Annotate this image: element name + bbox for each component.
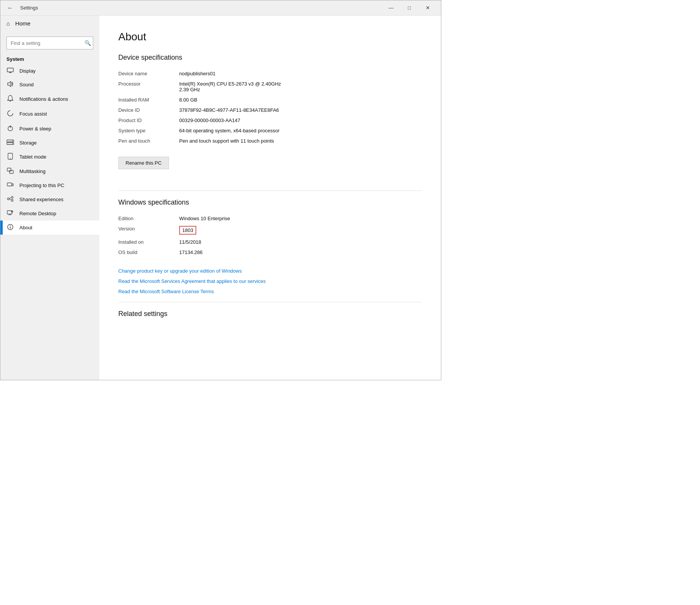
svg-rect-0 <box>7 68 13 72</box>
sidebar-item-multitasking[interactable]: Multitasking <box>0 164 99 178</box>
spec-label-os-build: OS build <box>118 247 179 257</box>
sidebar-item-focus-label: Focus assist <box>19 111 47 117</box>
search-input[interactable] <box>6 37 93 49</box>
spec-label-system-type: System type <box>118 125 179 136</box>
svg-line-19 <box>9 198 11 198</box>
spec-value-product-id: 00329-00000-00003-AA147 <box>179 115 422 125</box>
device-specs-table: Device name nodpublishers01 Processor In… <box>118 68 422 146</box>
sidebar-item-projecting[interactable]: Projecting to this PC <box>0 178 99 192</box>
sidebar-item-notifications[interactable]: Notifications & actions <box>0 92 99 106</box>
sidebar-home-label: Home <box>15 20 30 27</box>
multitasking-icon <box>6 168 14 175</box>
projecting-icon <box>6 182 14 189</box>
link-software-license[interactable]: Read the Microsoft Software License Term… <box>118 289 422 294</box>
svg-rect-21 <box>7 211 12 214</box>
sidebar-item-multitasking-label: Multitasking <box>19 168 46 174</box>
svg-rect-14 <box>7 183 12 186</box>
sidebar-item-display[interactable]: Display <box>0 64 99 78</box>
svg-point-18 <box>11 200 13 202</box>
tablet-icon <box>6 153 14 161</box>
spec-value-pen-touch: Pen and touch support with 11 touch poin… <box>179 136 422 146</box>
rename-pc-button[interactable]: Rename this PC <box>118 157 169 169</box>
close-button[interactable]: ✕ <box>419 2 436 14</box>
spec-label-edition: Edition <box>118 213 179 224</box>
shared-icon <box>6 196 14 203</box>
minimize-button[interactable]: — <box>382 2 400 14</box>
content-area: About Device specifications Device name … <box>99 16 441 380</box>
sidebar-item-focus[interactable]: Focus assist <box>0 106 99 121</box>
display-icon <box>6 68 14 74</box>
search-wrapper: 🔍 <box>6 37 93 49</box>
spec-label-installed-on: Installed on <box>118 237 179 247</box>
svg-point-27 <box>10 225 11 226</box>
sidebar: ⌂ Home 🔍 System Display <box>0 16 99 380</box>
sidebar-item-sound[interactable]: Sound <box>0 78 99 92</box>
svg-rect-15 <box>12 184 13 186</box>
home-icon: ⌂ <box>6 20 10 27</box>
svg-point-8 <box>12 141 13 141</box>
back-button[interactable]: ← <box>5 3 16 13</box>
spec-value-installed-on: 11/5/2018 <box>179 237 422 247</box>
spec-value-system-type: 64-bit operating system, x64-based proce… <box>179 125 422 136</box>
page-title: About <box>118 31 422 43</box>
spec-value-edition: Windows 10 Enterprise <box>179 213 422 224</box>
link-change-product-key[interactable]: Change product key or upgrade your editi… <box>118 268 422 274</box>
spec-value-version: 1803 <box>179 224 422 237</box>
title-bar: ← Settings — □ ✕ <box>0 0 441 16</box>
windows-section-title: Windows specifications <box>118 198 422 206</box>
spec-label-processor: Processor <box>118 79 179 95</box>
svg-point-9 <box>12 143 13 144</box>
spec-label-device-name: Device name <box>118 68 179 79</box>
sidebar-item-about[interactable]: About <box>0 221 99 235</box>
search-container: 🔍 <box>0 31 99 53</box>
windows-specs-table: Edition Windows 10 Enterprise Version 18… <box>118 213 422 257</box>
sidebar-item-storage[interactable]: Storage <box>0 136 99 149</box>
search-icon-button[interactable]: 🔍 <box>84 40 91 46</box>
spec-value-device-name: nodpublishers01 <box>179 68 422 79</box>
spec-value-processor: Intel(R) Xeon(R) CPU E5-2673 v3 @ 2.40GH… <box>179 79 422 95</box>
maximize-button[interactable]: □ <box>401 2 418 14</box>
sidebar-item-tablet-label: Tablet mode <box>19 154 46 160</box>
spec-label-pen-touch: Pen and touch <box>118 136 179 146</box>
app-title: Settings <box>20 5 382 11</box>
sidebar-item-about-label: About <box>19 225 32 230</box>
sidebar-item-display-label: Display <box>19 68 36 74</box>
device-section-title: Device specifications <box>118 54 422 62</box>
sidebar-section-system: System <box>0 53 99 64</box>
svg-point-17 <box>11 197 13 198</box>
main-layout: ⌂ Home 🔍 System Display <box>0 16 441 380</box>
version-highlight: 1803 <box>179 226 196 235</box>
svg-point-11 <box>10 158 11 159</box>
spec-label-version: Version <box>118 224 179 237</box>
sidebar-item-projecting-label: Projecting to this PC <box>19 183 64 188</box>
spec-label-product-id: Product ID <box>118 115 179 125</box>
sidebar-item-storage-label: Storage <box>19 140 37 146</box>
sidebar-item-remote-label: Remote Desktop <box>19 211 56 216</box>
svg-rect-12 <box>7 168 11 171</box>
svg-rect-13 <box>10 170 13 173</box>
sidebar-item-shared-label: Shared experiences <box>19 197 64 202</box>
storage-icon <box>6 140 14 146</box>
sidebar-item-remote[interactable]: Remote Desktop <box>0 206 99 221</box>
window-controls: — □ ✕ <box>382 2 436 14</box>
sidebar-item-power[interactable]: Power & sleep <box>0 121 99 136</box>
section-divider-2 <box>118 302 422 302</box>
power-icon <box>6 125 14 133</box>
sidebar-item-tablet[interactable]: Tablet mode <box>0 149 99 164</box>
svg-line-20 <box>9 199 11 200</box>
focus-icon <box>6 110 14 118</box>
sidebar-item-shared[interactable]: Shared experiences <box>0 192 99 206</box>
section-divider <box>118 191 422 191</box>
notifications-icon <box>6 95 14 103</box>
svg-point-16 <box>8 198 10 200</box>
sidebar-item-notifications-label: Notifications & actions <box>19 96 68 102</box>
link-microsoft-services[interactable]: Read the Microsoft Services Agreement th… <box>118 278 422 284</box>
spec-label-ram: Installed RAM <box>118 95 179 105</box>
spec-value-ram: 8.00 GB <box>179 95 422 105</box>
sound-icon <box>6 81 14 88</box>
sidebar-item-home[interactable]: ⌂ Home <box>0 16 99 31</box>
svg-marker-3 <box>8 81 11 87</box>
spec-value-os-build: 17134.286 <box>179 247 422 257</box>
sidebar-item-sound-label: Sound <box>19 82 34 87</box>
related-section-title: Related settings <box>118 310 422 318</box>
